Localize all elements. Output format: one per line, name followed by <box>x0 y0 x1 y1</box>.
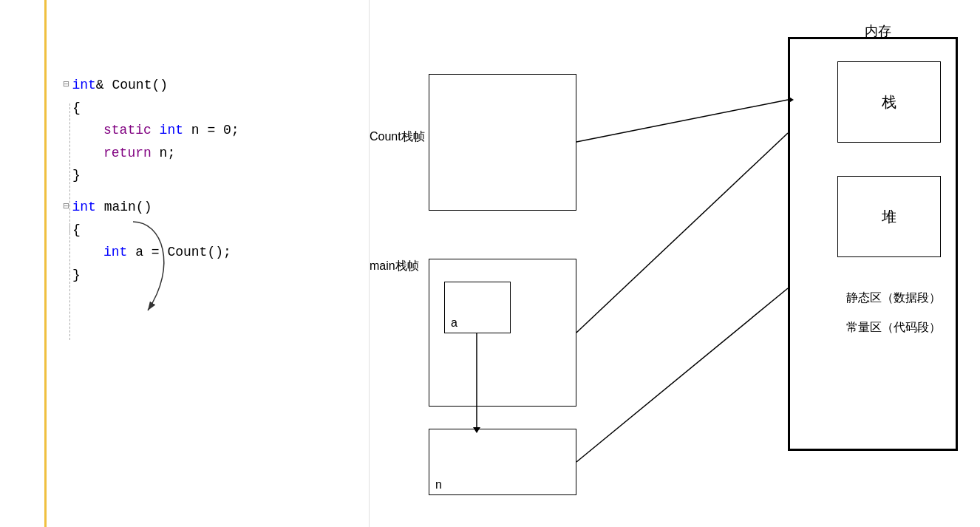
code-line-2: { <box>15 97 369 120</box>
stack-label: 栈 <box>882 92 896 112</box>
kw-return: return <box>103 142 152 165</box>
svg-line-6 <box>576 288 788 462</box>
kw-int-main: int <box>72 196 95 219</box>
code-line-3: static int n = 0; <box>15 119 369 142</box>
count-frame-box <box>429 74 576 211</box>
static-area-label: 静态区（数据段） <box>846 290 941 306</box>
memory-box: 栈 堆 静态区（数据段） 常量区（代码段） <box>788 37 958 451</box>
a-variable-box: a <box>444 282 511 333</box>
main-frame-box: a <box>429 259 576 407</box>
stack-box: 栈 <box>837 61 941 143</box>
main-frame-label: main栈帧 <box>370 259 419 274</box>
svg-line-3 <box>576 133 788 333</box>
kw-int-a: int <box>103 241 127 264</box>
main-function-block: ⊟ int main() { int a = Count(); } <box>15 196 369 286</box>
code-line-1: ⊟ int& Count() <box>15 74 369 97</box>
const-area-label: 常量区（代码段） <box>846 320 941 336</box>
code-line-5: } <box>15 164 369 187</box>
code-panel: ⊟ int& Count() { static int n = 0; retur… <box>0 0 370 527</box>
code-line-9: } <box>15 264 369 287</box>
heap-label: 堆 <box>882 207 896 227</box>
kw-static: static <box>103 119 152 142</box>
code-line-7: { <box>15 219 369 242</box>
n-variable-box: n <box>429 429 576 495</box>
code-line-6: ⊟ int main() <box>15 196 369 219</box>
svg-line-1 <box>576 100 788 142</box>
collapse-main[interactable]: ⊟ <box>63 198 69 216</box>
code-line-4: return n; <box>15 142 369 165</box>
code-line-8: int a = Count(); <box>15 241 369 264</box>
heap-box: 堆 <box>837 176 941 257</box>
n-label: n <box>435 478 442 492</box>
count-function-block: ⊟ int& Count() { static int n = 0; retur… <box>15 74 369 187</box>
diagram-panel: 内存 栈 堆 静态区（数据段） 常量区（代码段） Count栈帧 a main栈… <box>370 0 980 527</box>
kw-int-n: int <box>152 119 183 142</box>
kw-int-count: int <box>72 74 95 97</box>
count-frame-label: Count栈帧 <box>370 129 425 145</box>
collapse-count[interactable]: ⊟ <box>63 76 69 94</box>
a-label: a <box>451 316 457 330</box>
